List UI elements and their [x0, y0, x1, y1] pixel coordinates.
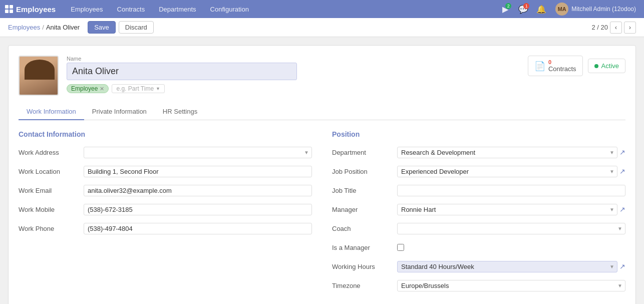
menu-employees[interactable]: Employees: [64, 0, 110, 18]
department-external-link-icon[interactable]: ↗: [619, 148, 625, 156]
work-mobile-input[interactable]: [84, 204, 312, 215]
manager-select[interactable]: Ronnie Hart: [397, 204, 617, 215]
work-mobile-value: [84, 204, 312, 215]
topnav-right: ▶ 2 💬 1 🔔 MA Mitchell Admin (12odoo): [498, 0, 639, 18]
job-position-select[interactable]: Experienced Developer: [397, 166, 617, 177]
main-content: Name Employee ✕ e.g. Part Time ▼ 📄: [0, 37, 644, 304]
tab-work-information[interactable]: Work Information: [19, 104, 84, 120]
is-manager-row: Is a Manager: [332, 240, 625, 254]
menu-configuration[interactable]: Configuration: [203, 0, 256, 18]
is-manager-checkbox[interactable]: [397, 244, 404, 251]
avatar-initials: MA: [558, 6, 566, 12]
tab-hr-settings[interactable]: HR Settings: [155, 104, 205, 120]
coach-label: Coach: [332, 225, 397, 232]
job-position-value: Experienced Developer ▼ ↗: [397, 166, 625, 177]
contact-section-title: Contact Information: [19, 130, 312, 138]
manager-row: Manager Ronnie Hart ▼ ↗: [332, 202, 625, 216]
manager-label: Manager: [332, 206, 397, 213]
app-logo[interactable]: Employees: [5, 5, 56, 14]
job-position-external-link-icon[interactable]: ↗: [619, 167, 625, 175]
action-buttons: Save Discard: [88, 21, 154, 34]
pagination-prev[interactable]: ‹: [610, 22, 622, 34]
timezone-label: Timezone: [332, 282, 397, 289]
menu-departments[interactable]: Departments: [152, 0, 203, 18]
remove-tag-icon[interactable]: ✕: [100, 86, 104, 92]
employee-name-fields: Name Employee ✕ e.g. Part Time ▼: [67, 56, 520, 93]
user-name: Mitchell Admin (12odoo): [571, 6, 636, 13]
job-title-label: Job Title: [332, 187, 397, 194]
form-columns: Contact Information Work Address ▼ Work …: [19, 130, 625, 297]
work-email-row: Work Email: [19, 183, 312, 197]
work-address-row: Work Address ▼: [19, 145, 312, 159]
pagination-next[interactable]: ›: [624, 22, 636, 34]
name-label: Name: [67, 56, 520, 62]
position-section-title: Position: [332, 130, 625, 138]
save-button[interactable]: Save: [88, 21, 116, 34]
job-position-select-wrap: Experienced Developer ▼ ↗: [397, 166, 625, 177]
tab-private-information[interactable]: Private Information: [84, 104, 155, 120]
work-email-input[interactable]: [84, 185, 312, 196]
employee-tag: Employee ✕: [67, 84, 109, 93]
working-hours-row: Working Hours Standard 40 Hours/Week ▼ ↗: [332, 259, 625, 273]
job-position-row: Job Position Experienced Developer ▼ ↗: [332, 164, 625, 178]
work-phone-input[interactable]: [84, 223, 312, 234]
work-phone-label: Work Phone: [19, 225, 84, 232]
work-address-label: Work Address: [19, 149, 84, 156]
timezone-select-wrap: Europe/Brussels ▼: [397, 280, 625, 291]
active-status-icon: [594, 64, 598, 68]
job-title-input[interactable]: [397, 185, 625, 196]
manager-external-link-icon[interactable]: ↗: [619, 205, 625, 213]
job-position-container: Experienced Developer ▼: [397, 166, 617, 177]
tag-input[interactable]: e.g. Part Time ▼: [112, 84, 165, 93]
coach-value: ▼: [397, 223, 625, 234]
coach-select[interactable]: [397, 223, 625, 234]
contracts-doc-icon: 📄: [534, 61, 545, 72]
department-select[interactable]: Research & Development: [397, 147, 617, 158]
working-hours-label: Working Hours: [332, 263, 397, 270]
working-hours-container: Standard 40 Hours/Week ▼: [397, 261, 617, 272]
working-hours-select[interactable]: Standard 40 Hours/Week: [397, 261, 617, 272]
bell-icon-btn[interactable]: 🔔: [534, 2, 548, 16]
status-button[interactable]: Active: [588, 59, 625, 73]
work-address-select-wrap: ▼: [84, 147, 312, 158]
timezone-select[interactable]: Europe/Brussels: [397, 280, 625, 291]
department-value: Research & Development ▼ ↗: [397, 147, 625, 158]
work-email-label: Work Email: [19, 187, 84, 194]
timezone-value: Europe/Brussels ▼: [397, 280, 625, 291]
work-location-input[interactable]: [84, 166, 312, 177]
department-label: Department: [332, 149, 397, 156]
contracts-area: 📄 0 Contracts Active: [528, 56, 625, 76]
pagination-text: 2 / 20: [591, 24, 608, 31]
contracts-button[interactable]: 📄 0 Contracts: [528, 56, 583, 76]
job-title-row: Job Title: [332, 183, 625, 197]
job-title-value: [397, 185, 625, 196]
app-title: Employees: [16, 5, 56, 14]
work-location-label: Work Location: [19, 168, 84, 175]
is-manager-label: Is a Manager: [332, 244, 397, 251]
avatar-image: [20, 57, 58, 95]
employee-avatar: [19, 56, 59, 96]
work-address-value: ▼: [84, 147, 312, 158]
working-hours-external-link-icon[interactable]: ↗: [619, 262, 625, 270]
discard-button[interactable]: Discard: [119, 21, 154, 34]
user-menu[interactable]: MA Mitchell Admin (12odoo): [552, 0, 639, 18]
manager-container: Ronnie Hart ▼: [397, 204, 617, 215]
timer-icon-btn[interactable]: ▶ 2: [498, 2, 512, 16]
grid-icon: [5, 5, 13, 13]
work-phone-row: Work Phone: [19, 221, 312, 235]
status-label: Active: [601, 62, 619, 70]
position-column: Position Department Research & Developme…: [332, 130, 625, 297]
department-select-wrap: Research & Development ▼ ↗: [397, 147, 625, 158]
messages-icon-btn[interactable]: 💬 1: [516, 2, 530, 16]
main-menu: Employees Contracts Departments Configur…: [64, 0, 256, 18]
employee-name-input[interactable]: [67, 63, 297, 80]
breadcrumb-parent[interactable]: Employees: [8, 24, 40, 31]
timezone-row: Timezone Europe/Brussels ▼: [332, 278, 625, 292]
employee-tags: Employee ✕ e.g. Part Time ▼: [67, 84, 520, 93]
work-address-select[interactable]: [84, 147, 312, 158]
chevron-down-icon: ▼: [156, 86, 160, 91]
menu-contracts[interactable]: Contracts: [110, 0, 152, 18]
employee-header: Name Employee ✕ e.g. Part Time ▼ 📄: [19, 56, 625, 96]
is-manager-checkbox-wrap: [397, 244, 625, 251]
work-phone-value: [84, 223, 312, 234]
